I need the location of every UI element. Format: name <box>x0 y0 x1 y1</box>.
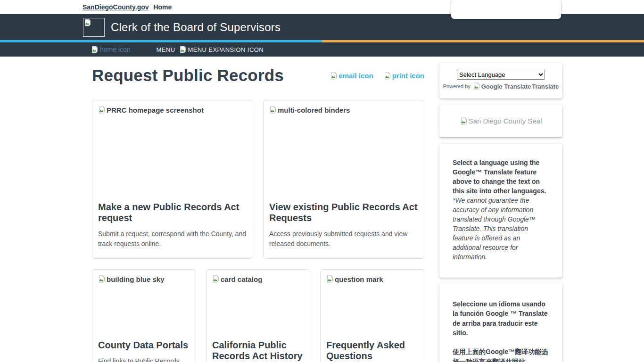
notice-en-italic: *We cannot guarantee the accuracy of any… <box>453 197 536 261</box>
translate-link[interactable]: Translate <box>532 83 559 90</box>
card-heading: Frequently Asked Questions <box>326 340 418 362</box>
language-select[interactable]: Select Language <box>457 70 545 80</box>
site-title: Clerk of the Board of Supervisors <box>111 21 281 34</box>
card-body: Access previously submitted requests and… <box>269 229 418 249</box>
google-translate-alt-text: Google Translate <box>481 83 531 90</box>
email-icon-alt-text: email icon <box>339 72 373 80</box>
home-icon-alt-text: home icon <box>100 46 131 53</box>
email-icon <box>330 72 338 80</box>
broken-image-icon <box>84 19 91 26</box>
email-page-link[interactable]: email icon <box>330 72 373 80</box>
broken-image-icon <box>98 275 106 283</box>
home-link[interactable]: Home <box>153 3 172 11</box>
google-translate-icon <box>473 82 480 90</box>
broken-image-icon <box>212 275 220 283</box>
notice-es: Seleccione un idioma usando la función G… <box>453 299 549 337</box>
translate-notice-en: Select a language using the Google™ Tran… <box>439 144 562 278</box>
broken-image-icon <box>326 275 334 283</box>
card-image-alt-text: multi-colored binders <box>278 106 350 114</box>
card-cpra-history[interactable]: card catalog California Public Records A… <box>206 269 310 362</box>
home-icon <box>91 46 99 53</box>
print-icon-alt-text: print icon <box>392 72 424 80</box>
card-heading: View existing Public Records Act Request… <box>269 202 418 223</box>
notice-en-bold: Select a language using the Google™ Tran… <box>453 159 546 195</box>
card-body: Submit a request, correspond with the Co… <box>98 229 247 249</box>
broken-image-icon <box>269 106 277 114</box>
print-icon <box>384 72 391 80</box>
search-input[interactable] <box>451 0 561 19</box>
notice-zh: 使用上面的Google™翻译功能选择一种语言来翻译此网站. <box>453 347 549 362</box>
card-county-data-portals[interactable]: building blue sky County Data Portals Fi… <box>92 269 196 362</box>
powered-by-label: Powered by <box>443 83 471 89</box>
nav-home-button[interactable]: home icon <box>91 46 131 53</box>
menu-expansion-button[interactable]: MENU EXPANSION ICON <box>179 46 264 53</box>
site-logo[interactable] <box>83 18 105 37</box>
menu-expansion-icon <box>179 46 187 53</box>
card-heading: California Public Records Act History <box>212 340 304 362</box>
menu-expansion-alt-text: MENU EXPANSION ICON <box>188 46 264 53</box>
broken-image-icon <box>98 106 106 114</box>
main-content: Request Public Records email icon print … <box>92 66 424 362</box>
card-heading: Make a new Public Records Act request <box>98 202 247 223</box>
sandiegocounty-gov-link[interactable]: SanDiegoCounty.gov <box>83 3 149 11</box>
accent-cyan <box>0 40 322 42</box>
language-widget: Select Language Powered by Google Transl… <box>439 63 562 99</box>
accent-divider <box>0 40 644 42</box>
nav-bar: home icon MENU MENU EXPANSION ICON <box>0 42 644 57</box>
card-view-existing-requests[interactable]: multi-colored binders View existing Publ… <box>263 100 424 259</box>
translate-notice-intl: Seleccione un idioma usando la función G… <box>439 283 562 362</box>
card-heading: County Data Portals <box>98 340 190 351</box>
card-make-new-request[interactable]: PRRC homepage screenshot Make a new Publ… <box>92 100 253 259</box>
print-page-link[interactable]: print icon <box>384 72 424 80</box>
card-image-alt-text: PRRC homepage screenshot <box>107 106 204 114</box>
accent-orange <box>322 40 644 42</box>
card-image-alt-text: card catalog <box>221 275 262 283</box>
card-image-alt-text: building blue sky <box>107 275 165 283</box>
county-seal-alt-text: San Diego County Seal <box>469 117 542 125</box>
card-image-alt-text: question mark <box>335 275 383 283</box>
menu-button[interactable]: MENU <box>157 46 175 53</box>
county-seal-icon <box>460 117 468 125</box>
card-body: Find links to Public Records <box>98 356 190 362</box>
card-faq[interactable]: question mark Frequently Asked Questions <box>320 269 424 362</box>
sidebar: Select Language Powered by Google Transl… <box>439 63 562 362</box>
county-seal-widget: San Diego County Seal <box>439 105 562 137</box>
